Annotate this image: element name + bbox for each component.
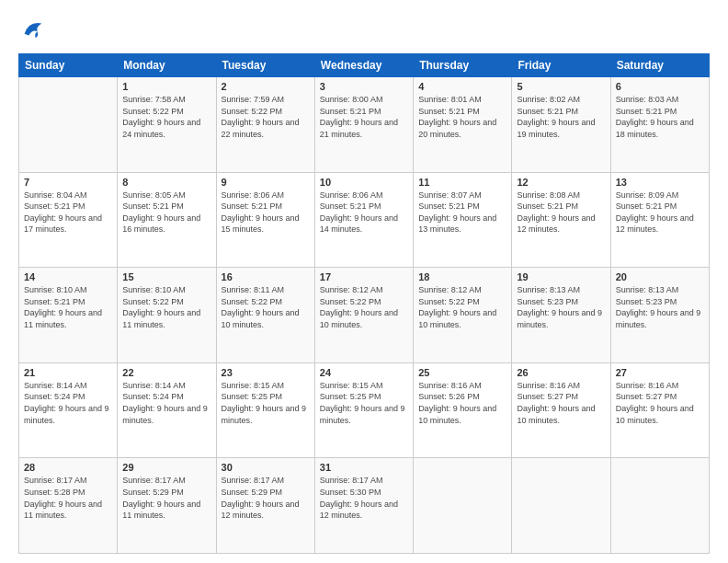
day-cell: 29Sunrise: 8:17 AMSunset: 5:29 PMDayligh… [118,458,216,554]
day-detail: Sunrise: 8:08 AMSunset: 5:21 PMDaylight:… [517,190,605,236]
day-cell: 27Sunrise: 8:16 AMSunset: 5:27 PMDayligh… [610,362,709,458]
day-detail: Sunrise: 7:59 AMSunset: 5:22 PMDaylight:… [222,94,310,140]
day-cell: 23Sunrise: 8:15 AMSunset: 5:25 PMDayligh… [216,362,314,458]
day-number: 8 [122,177,210,188]
day-detail: Sunrise: 8:15 AMSunset: 5:25 PMDaylight:… [320,380,408,426]
day-number: 20 [616,271,704,282]
day-number: 14 [24,271,112,282]
day-detail: Sunrise: 8:16 AMSunset: 5:26 PMDaylight:… [418,380,506,426]
day-cell: 25Sunrise: 8:16 AMSunset: 5:26 PMDayligh… [414,362,512,458]
day-cell: 3Sunrise: 8:00 AMSunset: 5:21 PMDaylight… [314,77,413,173]
day-detail: Sunrise: 8:06 AMSunset: 5:21 PMDaylight:… [320,190,408,236]
day-detail: Sunrise: 8:04 AMSunset: 5:21 PMDaylight:… [24,190,112,236]
day-number: 31 [320,462,408,473]
logo [18,17,46,42]
day-cell: 22Sunrise: 8:14 AMSunset: 5:24 PMDayligh… [118,362,216,458]
day-detail: Sunrise: 8:01 AMSunset: 5:21 PMDaylight:… [418,94,506,140]
day-detail: Sunrise: 8:12 AMSunset: 5:22 PMDaylight:… [418,284,506,330]
logo-bird-icon [20,17,46,42]
day-number: 3 [320,81,408,92]
weekday-row: SundayMondayTuesdayWednesdayThursdayFrid… [19,54,710,77]
day-number: 26 [517,367,605,378]
day-number: 1 [122,81,210,92]
day-detail: Sunrise: 7:58 AMSunset: 5:22 PMDaylight:… [122,94,210,140]
day-cell: 10Sunrise: 8:06 AMSunset: 5:21 PMDayligh… [314,172,413,268]
day-detail: Sunrise: 8:17 AMSunset: 5:29 PMDaylight:… [222,475,310,521]
page: SundayMondayTuesdayWednesdayThursdayFrid… [0,0,728,563]
day-cell [610,458,709,554]
day-detail: Sunrise: 8:10 AMSunset: 5:21 PMDaylight:… [24,284,112,330]
day-number: 16 [222,271,310,282]
weekday-header-sunday: Sunday [19,54,118,77]
week-row-2: 7Sunrise: 8:04 AMSunset: 5:21 PMDaylight… [19,172,710,268]
calendar-body: 1Sunrise: 7:58 AMSunset: 5:22 PMDaylight… [19,77,710,554]
day-number: 28 [24,462,112,473]
day-cell: 21Sunrise: 8:14 AMSunset: 5:24 PMDayligh… [19,362,118,458]
day-detail: Sunrise: 8:12 AMSunset: 5:22 PMDaylight:… [320,284,408,330]
week-row-4: 21Sunrise: 8:14 AMSunset: 5:24 PMDayligh… [19,362,710,458]
day-number: 12 [517,177,605,188]
day-cell: 8Sunrise: 8:05 AMSunset: 5:21 PMDaylight… [118,172,216,268]
day-cell: 14Sunrise: 8:10 AMSunset: 5:21 PMDayligh… [19,268,118,363]
day-number: 18 [418,271,506,282]
day-cell: 15Sunrise: 8:10 AMSunset: 5:22 PMDayligh… [118,268,216,363]
day-detail: Sunrise: 8:15 AMSunset: 5:25 PMDaylight:… [222,380,310,426]
day-cell: 2Sunrise: 7:59 AMSunset: 5:22 PMDaylight… [216,77,314,173]
day-detail: Sunrise: 8:17 AMSunset: 5:30 PMDaylight:… [320,475,408,521]
day-cell: 17Sunrise: 8:12 AMSunset: 5:22 PMDayligh… [314,268,413,363]
calendar: SundayMondayTuesdayWednesdayThursdayFrid… [18,53,710,554]
day-detail: Sunrise: 8:03 AMSunset: 5:21 PMDaylight:… [616,94,704,140]
day-number: 9 [222,177,310,188]
day-number: 27 [616,367,704,378]
day-detail: Sunrise: 8:13 AMSunset: 5:23 PMDaylight:… [616,284,704,330]
day-number: 10 [320,177,408,188]
week-row-3: 14Sunrise: 8:10 AMSunset: 5:21 PMDayligh… [19,268,710,363]
day-cell: 1Sunrise: 7:58 AMSunset: 5:22 PMDaylight… [118,77,216,173]
day-cell: 5Sunrise: 8:02 AMSunset: 5:21 PMDaylight… [512,77,610,173]
day-cell: 7Sunrise: 8:04 AMSunset: 5:21 PMDaylight… [19,172,118,268]
day-detail: Sunrise: 8:17 AMSunset: 5:29 PMDaylight:… [122,475,210,521]
weekday-header-tuesday: Tuesday [216,54,314,77]
weekday-header-thursday: Thursday [414,54,512,77]
day-cell: 26Sunrise: 8:16 AMSunset: 5:27 PMDayligh… [512,362,610,458]
day-cell: 19Sunrise: 8:13 AMSunset: 5:23 PMDayligh… [512,268,610,363]
calendar-header: SundayMondayTuesdayWednesdayThursdayFrid… [19,54,710,77]
day-cell [414,458,512,554]
day-number: 22 [122,367,210,378]
day-cell: 31Sunrise: 8:17 AMSunset: 5:30 PMDayligh… [314,458,413,554]
day-number: 19 [517,271,605,282]
day-cell: 18Sunrise: 8:12 AMSunset: 5:22 PMDayligh… [414,268,512,363]
day-number: 23 [222,367,310,378]
day-detail: Sunrise: 8:17 AMSunset: 5:28 PMDaylight:… [24,475,112,521]
day-detail: Sunrise: 8:05 AMSunset: 5:21 PMDaylight:… [122,190,210,236]
day-detail: Sunrise: 8:09 AMSunset: 5:21 PMDaylight:… [616,190,704,236]
day-detail: Sunrise: 8:16 AMSunset: 5:27 PMDaylight:… [616,380,704,426]
day-detail: Sunrise: 8:14 AMSunset: 5:24 PMDaylight:… [24,380,112,426]
day-number: 4 [418,81,506,92]
day-detail: Sunrise: 8:07 AMSunset: 5:21 PMDaylight:… [418,190,506,236]
day-detail: Sunrise: 8:00 AMSunset: 5:21 PMDaylight:… [320,94,408,140]
weekday-header-saturday: Saturday [610,54,709,77]
day-cell: 30Sunrise: 8:17 AMSunset: 5:29 PMDayligh… [216,458,314,554]
day-detail: Sunrise: 8:14 AMSunset: 5:24 PMDaylight:… [122,380,210,426]
day-cell: 11Sunrise: 8:07 AMSunset: 5:21 PMDayligh… [414,172,512,268]
day-number: 24 [320,367,408,378]
day-cell: 28Sunrise: 8:17 AMSunset: 5:28 PMDayligh… [19,458,118,554]
day-cell: 16Sunrise: 8:11 AMSunset: 5:22 PMDayligh… [216,268,314,363]
day-number: 11 [418,177,506,188]
day-number: 21 [24,367,112,378]
day-cell: 4Sunrise: 8:01 AMSunset: 5:21 PMDaylight… [414,77,512,173]
day-cell [19,77,118,173]
day-cell: 24Sunrise: 8:15 AMSunset: 5:25 PMDayligh… [314,362,413,458]
day-number: 29 [122,462,210,473]
day-number: 13 [616,177,704,188]
day-detail: Sunrise: 8:10 AMSunset: 5:22 PMDaylight:… [122,284,210,330]
day-number: 17 [320,271,408,282]
week-row-1: 1Sunrise: 7:58 AMSunset: 5:22 PMDaylight… [19,77,710,173]
day-cell: 12Sunrise: 8:08 AMSunset: 5:21 PMDayligh… [512,172,610,268]
day-detail: Sunrise: 8:11 AMSunset: 5:22 PMDaylight:… [222,284,310,330]
day-number: 30 [222,462,310,473]
day-cell: 13Sunrise: 8:09 AMSunset: 5:21 PMDayligh… [610,172,709,268]
day-cell: 9Sunrise: 8:06 AMSunset: 5:21 PMDaylight… [216,172,314,268]
header [18,17,710,42]
